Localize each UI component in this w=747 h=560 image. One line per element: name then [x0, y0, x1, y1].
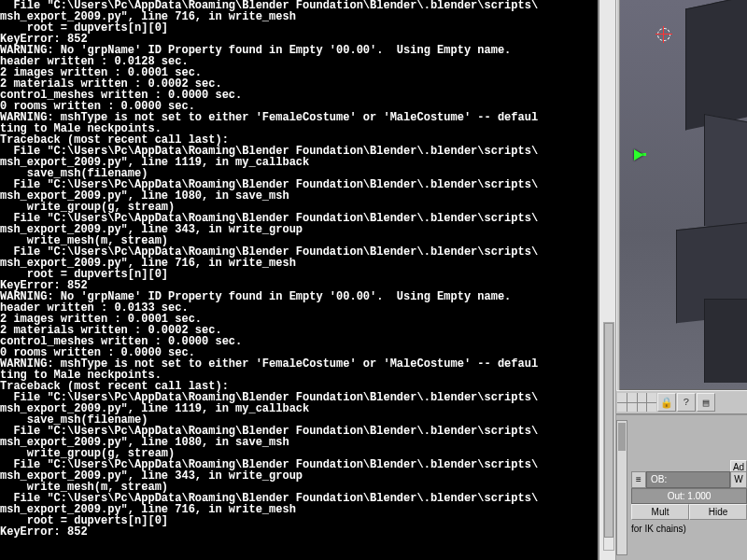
out-row: Out: 1.000: [631, 488, 747, 504]
3d-cursor-icon: [655, 34, 672, 35]
scrollbar-thumb[interactable]: [604, 323, 613, 538]
hide-button[interactable]: Hide: [689, 504, 747, 520]
datablock-menu-icon[interactable]: ≡: [631, 471, 646, 488]
weight-button[interactable]: W: [730, 471, 747, 488]
console-line: root = dupverts[n][0]: [0, 269, 598, 280]
script-button[interactable]: ▤: [697, 393, 715, 412]
console-line: root = dupverts[n][0]: [0, 515, 598, 526]
window-divider[interactable]: [598, 0, 616, 560]
panel-grid-icon[interactable]: [617, 393, 656, 412]
console-line: KeyError: 852: [0, 526, 598, 538]
panel-scrollbar[interactable]: [616, 420, 627, 555]
panel-hint-text: for IK chains): [631, 524, 686, 534]
axis-y-arrow-icon: [634, 149, 643, 161]
console-line: root = dupverts[n][0]: [0, 22, 598, 34]
mesh-facet: [704, 114, 747, 241]
mult-hide-row: Mult Hide: [631, 504, 747, 520]
mesh-facet: [685, 0, 747, 131]
help-button[interactable]: ?: [677, 393, 696, 412]
3d-cursor-icon: [663, 26, 664, 43]
buttons-header: 🔒 ? ▤: [616, 390, 747, 414]
panel-scrollbar-thumb[interactable]: [618, 423, 626, 451]
armature-bones-panel: Ad ≡ OB: W Out: 1.000 Mult Hide for IK c…: [616, 414, 747, 560]
mult-button[interactable]: Mult: [631, 504, 689, 520]
3d-viewport[interactable]: [620, 0, 747, 390]
3d-cursor-icon: [657, 28, 670, 41]
object-name-row: ≡ OB: W: [631, 471, 747, 488]
object-name-field[interactable]: OB:: [646, 471, 730, 488]
viewport-scrollbar[interactable]: [603, 322, 614, 551]
lock-button[interactable]: 🔒: [657, 393, 676, 412]
out-value-field[interactable]: Out: 1.000: [631, 488, 747, 504]
python-console[interactable]: File "C:\Users\Pc\AppData\Roaming\Blende…: [0, 0, 598, 560]
blender-ui-fragment: 🔒 ? ▤ Ad ≡ OB: W Out: 1.000 Mult Hide fo…: [598, 0, 747, 560]
mesh-facet: [704, 299, 747, 383]
